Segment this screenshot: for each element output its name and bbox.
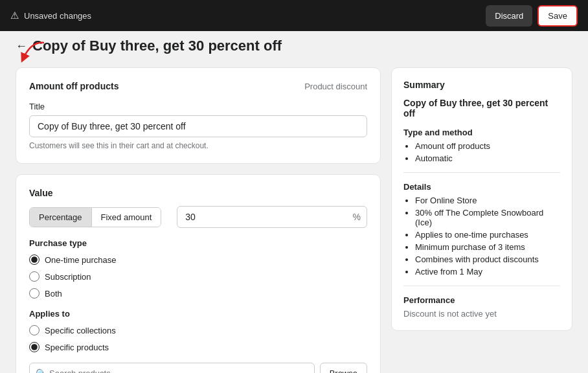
- details-list: For Online Store 30% off The Complete Sn…: [403, 196, 560, 277]
- page-title: Copy of Buy three, get 30 percent off: [32, 38, 282, 54]
- summary-title: Summary: [403, 80, 560, 90]
- unsaved-changes-notice: ⚠ Unsaved changes: [10, 10, 91, 21]
- specific-products-label: Specific products: [45, 343, 109, 352]
- top-bar: ⚠ Unsaved changes Discard Save: [0, 0, 588, 31]
- card1-title: Amount off products: [29, 81, 119, 91]
- divider-2: [403, 286, 560, 286]
- value-row: Percentage Fixed amount %: [29, 206, 367, 228]
- search-products-input[interactable]: [29, 363, 315, 373]
- fixed-amount-toggle[interactable]: Fixed amount: [92, 208, 161, 227]
- unsaved-label: Unsaved changes: [24, 11, 91, 21]
- type-item-1: Automatic: [415, 153, 560, 163]
- main-content: Amount off products Product discount Tit…: [16, 67, 381, 373]
- one-time-purchase-option[interactable]: One-time purchase: [29, 254, 367, 265]
- title-field-label: Title: [29, 102, 367, 111]
- browse-button[interactable]: Browse: [320, 363, 367, 373]
- one-time-radio[interactable]: [29, 254, 40, 265]
- title-input[interactable]: [29, 115, 367, 137]
- discard-button[interactable]: Discard: [486, 5, 532, 27]
- one-time-label: One-time purchase: [45, 255, 117, 265]
- summary-card: Summary Copy of Buy three, get 30 percen…: [391, 67, 572, 331]
- subscription-label: Subscription: [45, 272, 91, 282]
- applies-to-section: Applies to Specific collections Specific…: [29, 309, 367, 373]
- summary-discount-name: Copy of Buy three, get 30 percent off: [403, 98, 560, 119]
- product-discount-badge: Product discount: [304, 82, 367, 91]
- subscription-radio[interactable]: [29, 271, 40, 282]
- detail-item-5: Active from 1 May: [415, 267, 560, 277]
- specific-products-radio[interactable]: [29, 342, 40, 352]
- applies-to-group: Specific collections Specific products: [29, 325, 367, 352]
- warning-icon: ⚠: [10, 10, 19, 21]
- value-suffix: %: [353, 212, 361, 222]
- type-method-list: Amount off products Automatic: [403, 141, 560, 163]
- specific-products-option[interactable]: Specific products: [29, 342, 367, 352]
- both-label: Both: [45, 289, 62, 299]
- type-method-label: Type and method: [403, 128, 560, 137]
- value-card: Value Percentage Fixed amount % Purchase…: [16, 174, 381, 373]
- save-button[interactable]: Save: [537, 5, 578, 27]
- value-input-wrap: %: [177, 206, 367, 228]
- search-icon: 🔍: [36, 368, 47, 374]
- amount-off-products-card: Amount off products Product discount Tit…: [16, 67, 381, 164]
- percentage-toggle[interactable]: Percentage: [30, 208, 92, 227]
- detail-item-1: 30% off The Complete Snowboard (Ice): [415, 208, 560, 227]
- applies-to-label: Applies to: [29, 309, 367, 319]
- specific-collections-label: Specific collections: [45, 326, 116, 335]
- back-button[interactable]: ←: [16, 40, 27, 53]
- performance-text: Discount is not active yet: [403, 309, 560, 319]
- type-item-0: Amount off products: [415, 141, 560, 151]
- detail-item-2: Applies to one-time purchases: [415, 230, 560, 240]
- page-header: ← Copy of Buy three, get 30 percent off: [0, 31, 588, 54]
- detail-item-3: Minimum purchase of 3 items: [415, 242, 560, 252]
- title-field: Title Customers will see this in their c…: [29, 102, 367, 150]
- top-bar-actions: Discard Save: [486, 5, 578, 27]
- value-input[interactable]: [177, 206, 367, 228]
- purchase-type-group: One-time purchase Subscription Both: [29, 254, 367, 299]
- title-hint: Customers will see this in their cart an…: [29, 141, 367, 150]
- subscription-option[interactable]: Subscription: [29, 271, 367, 282]
- card1-header: Amount off products Product discount: [29, 81, 367, 91]
- both-option[interactable]: Both: [29, 288, 367, 299]
- performance-label: Performance: [403, 295, 560, 305]
- search-input-wrap: 🔍: [29, 363, 315, 373]
- page-body: Amount off products Product discount Tit…: [0, 54, 588, 373]
- search-row: 🔍 Browse: [29, 363, 367, 373]
- sidebar: Summary Copy of Buy three, get 30 percen…: [391, 67, 572, 331]
- value-toggle-group: Percentage Fixed amount: [29, 207, 161, 227]
- divider-1: [403, 172, 560, 173]
- specific-collections-radio[interactable]: [29, 325, 40, 335]
- detail-item-0: For Online Store: [415, 196, 560, 205]
- both-radio[interactable]: [29, 288, 40, 299]
- details-label: Details: [403, 182, 560, 192]
- specific-collections-option[interactable]: Specific collections: [29, 325, 367, 335]
- value-label: Value: [29, 188, 367, 198]
- detail-item-4: Combines with product discounts: [415, 254, 560, 264]
- purchase-type-label: Purchase type: [29, 238, 367, 248]
